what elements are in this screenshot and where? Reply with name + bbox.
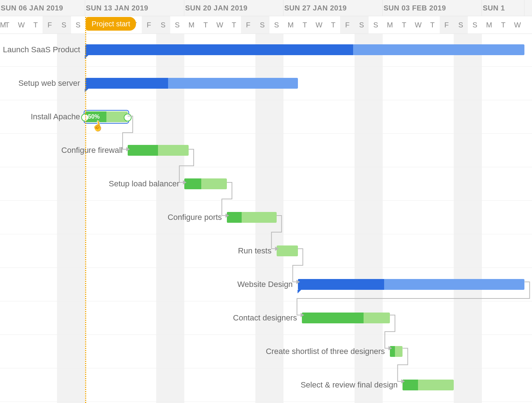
timeline-day: M [383,16,397,34]
timeline-day: S [57,16,71,34]
task-bar[interactable] [403,380,453,390]
task-label: Setup web server [18,67,80,100]
task-label: Launch SaaS Product [3,33,80,66]
timeline-week: SUN 13 JAN 2019 [85,0,184,16]
timeline-day: T [198,16,212,34]
timeline-day: T [397,16,411,34]
timeline-day: S [454,16,468,34]
timeline-day: S [255,16,269,34]
resize-handle-right[interactable] [124,114,132,121]
timeline-day: M [283,16,298,34]
timeline-day: S [170,16,184,34]
task-progress [128,145,158,156]
task-progress [302,313,364,323]
timeline-day: S [269,16,283,34]
timeline-day: T [298,16,312,34]
task-progress [85,78,168,89]
timeline-header: SUN 06 JAN 2019SUN 13 JAN 2019SUN 20 JAN… [0,0,532,34]
task-row: Contact designers [0,301,532,335]
task-progress [184,178,201,189]
task-label: Website Design [237,268,293,301]
timeline-day: W [411,16,425,34]
timeline-week: SUN 1 [482,0,524,16]
timeline-day: W [510,16,524,34]
task-label: Setup load balancer [109,167,180,200]
summary-bar[interactable] [85,44,524,55]
timeline-day: S [369,16,383,34]
task-row: Create shortlist of three designers [0,335,532,368]
project-start-flag[interactable]: Project start [86,17,136,31]
task-progress [390,346,395,357]
timeline-day: T [326,16,340,34]
timeline-day: F [440,16,454,34]
task-label: Contact designers [233,301,297,335]
project-start-label: Project start [92,20,130,28]
summary-bar[interactable] [85,78,298,89]
timeline-day: W [14,16,28,34]
task-progress [227,212,242,223]
timeline-week: SUN 03 FEB 2019 [383,0,482,16]
task-bar[interactable] [128,145,189,156]
task-row: Configure firewall [0,134,532,167]
timeline-day: F [241,16,255,34]
task-progress [298,279,384,290]
task-row: Website Design [0,268,532,301]
timeline-day: F [340,16,354,34]
task-bar[interactable] [184,178,227,189]
task-row: Run tests [0,234,532,268]
task-row: Select & review final design [0,368,532,402]
timeline-day: T [425,16,439,34]
timeline-day: F [142,16,156,34]
timeline-day: T [496,16,510,34]
task-percent-label: 50% [88,111,100,122]
timeline-day: F [43,16,57,34]
task-label: Run tests [238,234,272,267]
timeline-day: M [184,16,198,34]
timeline-day: T [28,16,43,34]
timeline-day: W [213,16,227,34]
timeline-day: M [482,16,496,34]
task-label: Select & review final design [300,368,397,402]
task-bar[interactable] [227,212,277,223]
task-row: Install Apache50%☝ [0,100,532,134]
task-progress [85,44,353,55]
task-bar[interactable]: 50%☝ [85,111,128,122]
timeline-day: T [0,16,14,34]
task-label: Create shortlist of three designers [266,335,385,368]
task-bar[interactable] [390,346,403,357]
task-row: Configure ports [0,201,532,234]
summary-bar[interactable] [298,279,525,290]
task-label: Install Apache [31,100,80,133]
task-bar[interactable] [277,245,298,256]
timeline-week: SUN 20 JAN 2019 [184,0,283,16]
task-row: Setup load balancer [0,167,532,201]
gantt-chart[interactable]: SUN 06 JAN 2019SUN 13 JAN 2019SUN 20 JAN… [0,0,532,403]
timeline-week: SUN 27 JAN 2019 [283,0,383,16]
timeline-week: SUN 06 JAN 2019 [0,0,85,16]
task-progress [403,380,418,390]
task-label: Configure firewall [61,134,123,167]
timeline-week-row: SUN 06 JAN 2019SUN 13 JAN 2019SUN 20 JAN… [0,0,532,16]
gantt-rows: Launch SaaS ProductSetup web serverInsta… [0,33,532,402]
task-row: Launch SaaS Product [0,33,532,67]
timeline-day: T [227,16,241,34]
timeline-day-row: MTWTFSSMTWTFSSMTWTFSSMTWTFSSMTWTFSSMTW [0,16,532,34]
task-row: Setup web server [0,67,532,100]
task-bar[interactable] [302,313,390,323]
timeline-day: S [71,16,85,34]
timeline-day: W [312,16,326,34]
timeline-day: S [355,16,369,34]
project-start-line [85,17,86,403]
timeline-day: S [468,16,482,34]
timeline-day: S [156,16,170,34]
task-label: Configure ports [168,201,222,234]
